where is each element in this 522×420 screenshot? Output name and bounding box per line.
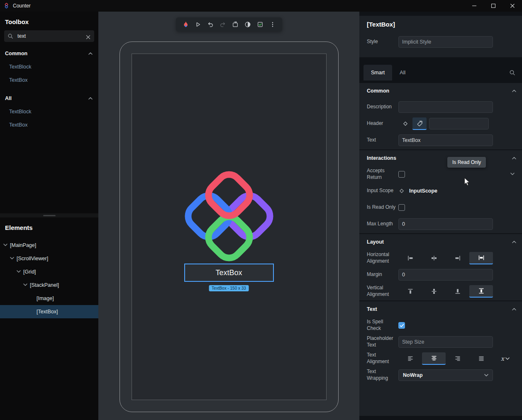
section-interactions: Is Read Only Interactions Accepts Return…	[359, 150, 522, 233]
text-align-justify-icon[interactable]	[469, 352, 493, 365]
selection-size-badge: TextBox - 150 x 33	[209, 285, 249, 291]
text-align-right-icon[interactable]	[446, 352, 469, 365]
chevron-up-icon[interactable]	[512, 90, 516, 92]
device-screen[interactable]: TextBox TextBox - 150 x 33	[132, 54, 327, 400]
flame-icon[interactable]	[180, 20, 191, 29]
app-logo-icon	[4, 3, 10, 9]
sidebar-splitter[interactable]	[0, 213, 98, 217]
property-marker-icon[interactable]	[398, 188, 405, 194]
toolbox-item-textblock[interactable]: TextBlock	[0, 60, 98, 73]
section-layout-header[interactable]: Layout	[367, 234, 516, 250]
inspector-title: [TextBox]	[367, 21, 516, 28]
toolbox-item-textbox-all[interactable]: TextBox	[0, 118, 98, 132]
is-spell-check-label: Is Spell Check	[367, 319, 398, 332]
vertical-alignment-group	[398, 285, 493, 298]
toolbox-item-textbox[interactable]: TextBox	[0, 73, 98, 87]
horizontal-alignment-label: Horizontal Alignment	[367, 252, 398, 264]
tree-item-grid[interactable]: [Grid]	[0, 265, 98, 278]
section-layout: Layout Horizontal Alignment	[359, 234, 522, 300]
toolbox-search[interactable]	[4, 30, 94, 42]
halign-center-icon[interactable]	[422, 252, 446, 264]
device-frame: TextBox TextBox - 150 x 33	[120, 42, 339, 412]
chevron-down-icon[interactable]	[10, 257, 16, 260]
chevron-up-icon[interactable]	[512, 241, 516, 243]
tab-smart[interactable]: Smart	[363, 65, 392, 81]
search-icon[interactable]	[509, 70, 515, 76]
tree-item-scrollviewer[interactable]: [ScrollViewer]	[0, 252, 98, 265]
search-icon	[7, 33, 13, 39]
text-align-center-icon[interactable]	[422, 352, 446, 365]
valign-top-icon[interactable]	[398, 285, 422, 298]
input-scope-label: Input Scope	[367, 188, 398, 194]
chevron-up-icon[interactable]	[512, 157, 516, 159]
halign-left-icon[interactable]	[398, 252, 422, 264]
minimize-button[interactable]	[465, 0, 484, 12]
splitter-handle[interactable]	[43, 215, 56, 216]
textbox-element[interactable]: TextBox	[184, 264, 274, 282]
left-sidebar: Toolbox Common TextBlock TextBox All Tex…	[0, 12, 98, 420]
chevron-up-icon[interactable]	[512, 308, 516, 310]
play-icon[interactable]	[193, 20, 203, 29]
maximize-button[interactable]	[484, 0, 503, 12]
description-label: Description	[367, 104, 398, 110]
uno-logo-image[interactable]	[182, 169, 276, 265]
tree-item-mainpage[interactable]: [MainPage]	[0, 239, 98, 252]
halign-right-icon[interactable]	[446, 252, 469, 264]
valign-center-icon[interactable]	[422, 285, 446, 298]
text-input[interactable]	[398, 134, 493, 146]
check-icon[interactable]	[255, 20, 266, 29]
toolbox-section-all[interactable]: All	[0, 92, 98, 105]
design-canvas: TextBox TextBox - 150 x 33	[98, 12, 359, 420]
chevron-down-icon[interactable]	[23, 283, 29, 287]
theme-icon[interactable]	[242, 20, 253, 29]
placeholder-text-input[interactable]	[398, 336, 493, 348]
toolbox-search-input[interactable]	[17, 33, 86, 39]
chevron-down-icon	[505, 357, 510, 360]
x-advanced-dropdown[interactable]: x	[501, 355, 510, 362]
inspector-header: [TextBox] Style	[359, 16, 522, 57]
text-align-left-icon[interactable]	[398, 352, 422, 365]
is-read-only-checkbox[interactable]	[398, 204, 405, 211]
input-scope-value[interactable]: InputScope	[409, 188, 437, 194]
section-common: Common Description Header Text	[359, 83, 522, 149]
design-toolbar	[176, 17, 282, 32]
tag-icon[interactable]	[412, 117, 427, 130]
header-input[interactable]	[429, 118, 489, 129]
property-marker-icon[interactable]	[398, 117, 412, 130]
text-wrapping-dropdown[interactable]: NoWrap	[398, 369, 493, 381]
valign-stretch-icon[interactable]	[469, 285, 493, 298]
is-spell-check-checkbox[interactable]	[398, 322, 405, 329]
valign-bottom-icon[interactable]	[446, 285, 469, 298]
app-window: Counter Toolbox Common	[0, 0, 522, 420]
tree-item-image[interactable]: [Image]	[0, 292, 98, 305]
toolbox-section-common[interactable]: Common	[0, 47, 98, 60]
section-interactions-header[interactable]: Interactions	[367, 150, 516, 166]
halign-stretch-icon[interactable]	[469, 252, 493, 264]
section-text-header[interactable]: Text	[367, 301, 516, 317]
redo-icon[interactable]	[217, 20, 228, 29]
more-icon[interactable]	[267, 20, 278, 29]
tab-all[interactable]: All	[392, 65, 413, 81]
tree-item-textbox[interactable]: [TextBox]	[0, 305, 98, 318]
description-input[interactable]	[398, 101, 493, 113]
undo-icon[interactable]	[205, 20, 216, 29]
style-input[interactable]	[398, 36, 493, 48]
clear-search-icon[interactable]	[86, 34, 91, 39]
max-length-input[interactable]	[398, 218, 493, 230]
reload-icon[interactable]	[230, 20, 241, 29]
chevron-down-icon[interactable]	[3, 244, 9, 247]
horizontal-alignment-group	[398, 252, 493, 264]
accepts-return-checkbox[interactable]	[398, 171, 405, 178]
tree-item-stackpanel[interactable]: [StackPanel]	[0, 278, 98, 292]
margin-input[interactable]	[398, 269, 493, 281]
close-button[interactable]	[503, 0, 522, 12]
chevron-down-icon[interactable]	[17, 270, 22, 273]
chevron-up-icon	[88, 52, 93, 55]
text-wrapping-label: Text Wrapping	[367, 369, 398, 381]
section-common-header[interactable]: Common	[367, 83, 516, 99]
toolbox-item-textblock-all[interactable]: TextBlock	[0, 105, 98, 118]
elements-title: Elements	[5, 224, 98, 231]
max-length-label: Max Length	[367, 221, 398, 227]
header-label: Header	[367, 120, 398, 127]
scroll-down-icon[interactable]	[510, 173, 515, 175]
